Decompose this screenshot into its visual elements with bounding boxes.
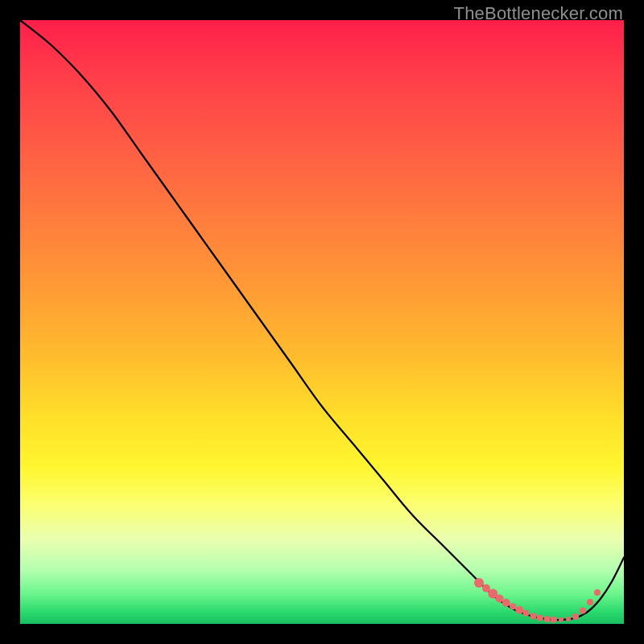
plot-area [20, 20, 624, 624]
data-point [572, 613, 579, 620]
data-point [510, 603, 516, 609]
chart-frame: TheBottlenecker.com [0, 0, 644, 644]
data-point [566, 617, 571, 621]
watermark-text: TheBottlenecker.com [454, 3, 623, 24]
curve-line [20, 20, 624, 620]
data-point [580, 608, 586, 614]
data-point [496, 595, 504, 603]
data-point [594, 589, 601, 596]
data-point [474, 578, 484, 588]
data-point [551, 617, 557, 623]
data-point [530, 613, 537, 619]
data-point [515, 606, 523, 614]
chart-svg [20, 20, 624, 624]
data-point [544, 616, 551, 622]
data-point [523, 610, 530, 617]
data-point [587, 599, 593, 605]
data-point [537, 615, 543, 621]
data-point [559, 617, 564, 622]
data-point [502, 599, 510, 607]
